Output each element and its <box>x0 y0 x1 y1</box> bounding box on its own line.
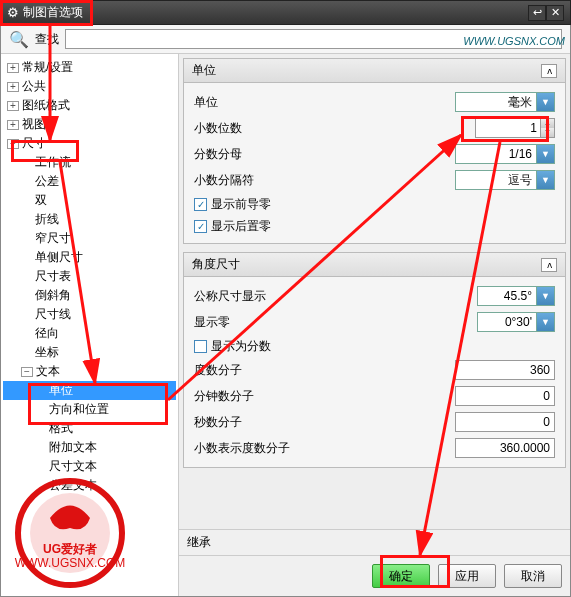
search-label: 查找 <box>35 31 59 48</box>
tree-node-dim-table[interactable]: 尺寸表 <box>3 267 176 286</box>
check-icon <box>194 340 207 353</box>
trailing-zero-checkbox[interactable]: ✓显示后置零 <box>194 215 555 237</box>
check-icon: ✓ <box>194 220 207 233</box>
close-button[interactable]: ✕ <box>546 5 564 21</box>
leading-zero-checkbox[interactable]: ✓显示前导零 <box>194 193 555 215</box>
decimals-spinner[interactable]: ▲▼ <box>475 118 555 138</box>
label-unit: 单位 <box>194 94 455 111</box>
tree-node-text[interactable]: −文本 <box>3 362 176 381</box>
tree-node-append[interactable]: 附加文本 <box>3 438 176 457</box>
fraction-dropdown[interactable]: 1/16▼ <box>455 144 555 164</box>
watermark-text: WWW.UGSNX.COM <box>463 35 565 47</box>
tree-node-tolerance[interactable]: 公差 <box>3 172 176 191</box>
undo-button[interactable]: ↩ <box>528 5 546 21</box>
tree-node-jog[interactable]: 折线 <box>3 210 176 229</box>
ok-button[interactable]: 确定 <box>372 564 430 588</box>
button-row: 确定 应用 取消 <box>179 555 570 596</box>
group-angle: 角度尺寸ʌ 公称尺寸显示 45.5°▼ 显示零 0°30'▼ 显示为分数 度数分… <box>183 252 566 468</box>
tree-node-drawing-format[interactable]: +图纸格式 <box>3 96 176 115</box>
tree-node-view[interactable]: +视图 <box>3 115 176 134</box>
tree-node-orientation[interactable]: 方向和位置 <box>3 400 176 419</box>
window-body: 🔍 查找 +常规/设置 +公共 +图纸格式 +视图 −尺寸 工作流 公差 双 折… <box>0 25 571 597</box>
chevron-down-icon: ▼ <box>536 171 554 189</box>
tree-node-common[interactable]: +公共 <box>3 77 176 96</box>
tree-node-dimension[interactable]: −尺寸 <box>3 134 176 153</box>
check-icon: ✓ <box>194 198 207 211</box>
binoculars-icon: 🔍 <box>9 30 29 49</box>
tree-node-ordinate[interactable]: 坐标 <box>3 343 176 362</box>
tree-node-radial[interactable]: 径向 <box>3 324 176 343</box>
label-dec-deg: 小数表示度数分子 <box>194 440 455 457</box>
group-units: 单位ʌ 单位 毫米▼ 小数位数 ▲▼ 分数分母 1/16▼ 小数分隔符 逗号▼ … <box>183 58 566 244</box>
tree-node-narrow[interactable]: 窄尺寸 <box>3 229 176 248</box>
label-separator: 小数分隔符 <box>194 172 455 189</box>
inherit-section[interactable]: 继承 <box>179 529 570 555</box>
separator-dropdown[interactable]: 逗号▼ <box>455 170 555 190</box>
gear-icon: ⚙ <box>7 5 19 20</box>
apply-button[interactable]: 应用 <box>438 564 496 588</box>
zero-dropdown[interactable]: 0°30'▼ <box>477 312 555 332</box>
tree-node-chamfer[interactable]: 倒斜角 <box>3 286 176 305</box>
sec-num-input[interactable] <box>455 412 555 432</box>
cancel-button[interactable]: 取消 <box>504 564 562 588</box>
label-nominal: 公称尺寸显示 <box>194 288 477 305</box>
group-units-header[interactable]: 单位ʌ <box>184 59 565 83</box>
chevron-down-icon: ▼ <box>536 287 554 305</box>
tree-node-single-side[interactable]: 单侧尺寸 <box>3 248 176 267</box>
min-num-input[interactable] <box>455 386 555 406</box>
tree-node-general[interactable]: +常规/设置 <box>3 58 176 77</box>
chevron-down-icon: ▼ <box>536 145 554 163</box>
unit-dropdown[interactable]: 毫米▼ <box>455 92 555 112</box>
tree-node-format[interactable]: 格式 <box>3 419 176 438</box>
label-show-zero: 显示零 <box>194 314 477 331</box>
tree-node-workflow[interactable]: 工作流 <box>3 153 176 172</box>
tree-node-units[interactable]: 单位 <box>3 381 176 400</box>
titlebar: ⚙ 制图首选项 ↩ ✕ <box>0 0 571 25</box>
collapse-icon[interactable]: ʌ <box>541 64 557 78</box>
window-title: 制图首选项 <box>23 4 83 21</box>
nav-tree[interactable]: +常规/设置 +公共 +图纸格式 +视图 −尺寸 工作流 公差 双 折线 窄尺寸… <box>1 54 179 596</box>
dec-deg-input[interactable] <box>455 438 555 458</box>
label-min-num: 分钟数分子 <box>194 388 455 405</box>
group-angle-header[interactable]: 角度尺寸ʌ <box>184 253 565 277</box>
label-sec-num: 秒数分子 <box>194 414 455 431</box>
label-decimals: 小数位数 <box>194 120 475 137</box>
tree-node-dual[interactable]: 双 <box>3 191 176 210</box>
chevron-down-icon: ▼ <box>536 313 554 331</box>
nominal-dropdown[interactable]: 45.5°▼ <box>477 286 555 306</box>
label-deg-num: 度数分子 <box>194 362 455 379</box>
deg-num-input[interactable] <box>455 360 555 380</box>
settings-panel: 单位ʌ 单位 毫米▼ 小数位数 ▲▼ 分数分母 1/16▼ 小数分隔符 逗号▼ … <box>179 54 570 596</box>
chevron-down-icon: ▼ <box>536 93 554 111</box>
as-fraction-checkbox[interactable]: 显示为分数 <box>194 335 555 357</box>
collapse-icon[interactable]: ʌ <box>541 258 557 272</box>
tree-node-dim-line[interactable]: 尺寸线 <box>3 305 176 324</box>
label-fraction: 分数分母 <box>194 146 455 163</box>
tree-node-dim-text[interactable]: 尺寸文本 <box>3 457 176 476</box>
tree-node-tol-text[interactable]: 公差文本 <box>3 476 176 495</box>
decimals-input[interactable] <box>476 119 540 137</box>
